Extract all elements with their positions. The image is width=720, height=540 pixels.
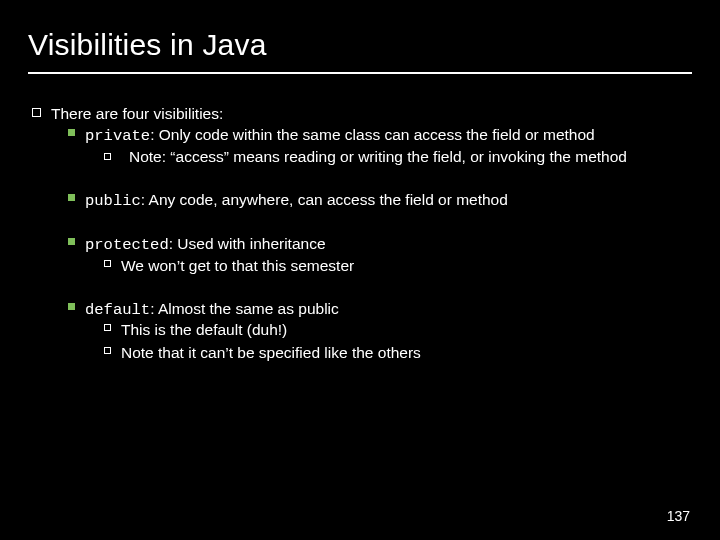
square-open-small-icon bbox=[104, 347, 111, 354]
list-item: protected: Used with inheritance bbox=[68, 234, 692, 256]
keyword-private: private bbox=[85, 127, 150, 145]
keyword-protected: protected bbox=[85, 236, 169, 254]
square-open-icon bbox=[32, 108, 41, 117]
slide: Visibilities in Java There are four visi… bbox=[0, 0, 720, 540]
keyword-public: public bbox=[85, 192, 141, 210]
bullet-intro: There are four visibilities: bbox=[32, 104, 692, 125]
square-filled-icon bbox=[68, 194, 75, 201]
slide-body: There are four visibilities: private: On… bbox=[28, 80, 692, 364]
sub-item: Note: “access” means reading or writing … bbox=[104, 147, 692, 168]
item-text: public: Any code, anywhere, can access t… bbox=[85, 190, 692, 212]
sub-text: Note that it can’t be specified like the… bbox=[121, 343, 692, 364]
title-underline bbox=[28, 72, 692, 74]
title-block: Visibilities in Java bbox=[28, 28, 692, 74]
item-rest: : Any code, anywhere, can access the fie… bbox=[141, 191, 508, 208]
item-text: private: Only code within the same class… bbox=[85, 125, 692, 147]
list-item: private: Only code within the same class… bbox=[68, 125, 692, 147]
square-open-small-icon bbox=[104, 153, 111, 160]
item-rest: : Almost the same as public bbox=[150, 300, 339, 317]
item-text: default: Almost the same as public bbox=[85, 299, 692, 321]
keyword-default: default bbox=[85, 301, 150, 319]
sub-item: This is the default (duh!) bbox=[104, 320, 692, 341]
item-rest: : Used with inheritance bbox=[169, 235, 326, 252]
square-filled-icon bbox=[68, 129, 75, 136]
list-item: default: Almost the same as public bbox=[68, 299, 692, 321]
item-text: protected: Used with inheritance bbox=[85, 234, 692, 256]
sub-text: We won’t get to that this semester bbox=[121, 256, 692, 277]
intro-text: There are four visibilities: bbox=[51, 104, 692, 125]
sub-text: Note: “access” means reading or writing … bbox=[104, 147, 690, 168]
sub-item: We won’t get to that this semester bbox=[104, 256, 692, 277]
slide-title: Visibilities in Java bbox=[28, 28, 692, 70]
sub-text: This is the default (duh!) bbox=[121, 320, 692, 341]
square-filled-icon bbox=[68, 238, 75, 245]
square-open-small-icon bbox=[104, 324, 111, 331]
item-rest: : Only code within the same class can ac… bbox=[150, 126, 595, 143]
sub-item: Note that it can’t be specified like the… bbox=[104, 343, 692, 364]
square-open-small-icon bbox=[104, 260, 111, 267]
sub-label: Note: “access” means reading or writing … bbox=[129, 148, 627, 165]
page-number: 137 bbox=[667, 508, 690, 524]
square-filled-icon bbox=[68, 303, 75, 310]
list-item: public: Any code, anywhere, can access t… bbox=[68, 190, 692, 212]
